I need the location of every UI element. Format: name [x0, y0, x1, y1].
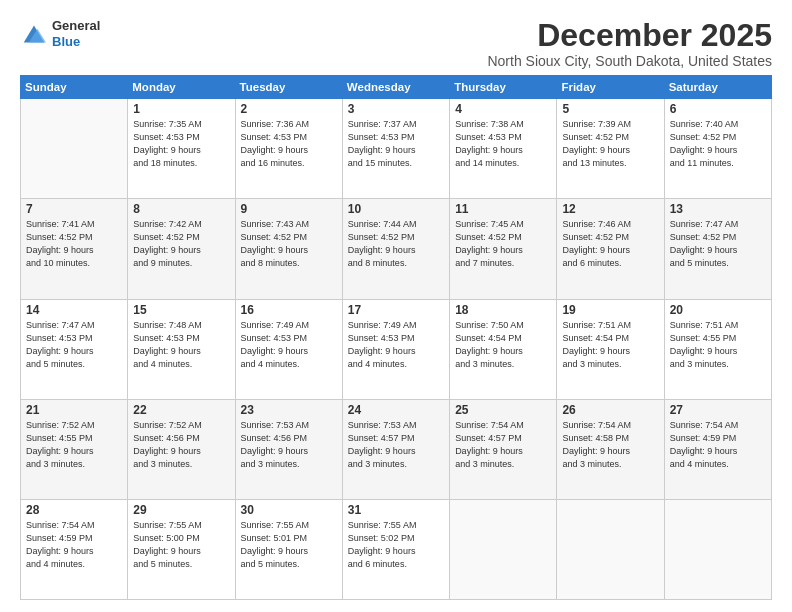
calendar-cell: 27Sunrise: 7:54 AM Sunset: 4:59 PM Dayli…: [664, 399, 771, 499]
calendar-cell: 15Sunrise: 7:48 AM Sunset: 4:53 PM Dayli…: [128, 299, 235, 399]
calendar-table: SundayMondayTuesdayWednesdayThursdayFrid…: [20, 75, 772, 600]
day-info: Sunrise: 7:55 AM Sunset: 5:00 PM Dayligh…: [133, 519, 229, 571]
month-title: December 2025: [487, 18, 772, 53]
day-number: 7: [26, 202, 122, 216]
calendar-cell: 9Sunrise: 7:43 AM Sunset: 4:52 PM Daylig…: [235, 199, 342, 299]
day-number: 26: [562, 403, 658, 417]
calendar-cell: 16Sunrise: 7:49 AM Sunset: 4:53 PM Dayli…: [235, 299, 342, 399]
calendar-cell: 17Sunrise: 7:49 AM Sunset: 4:53 PM Dayli…: [342, 299, 449, 399]
day-number: 2: [241, 102, 337, 116]
day-number: 30: [241, 503, 337, 517]
calendar-cell: 7Sunrise: 7:41 AM Sunset: 4:52 PM Daylig…: [21, 199, 128, 299]
logo: General Blue: [20, 18, 100, 49]
calendar-cell: 30Sunrise: 7:55 AM Sunset: 5:01 PM Dayli…: [235, 499, 342, 599]
day-number: 6: [670, 102, 766, 116]
day-info: Sunrise: 7:54 AM Sunset: 4:57 PM Dayligh…: [455, 419, 551, 471]
calendar-cell: 4Sunrise: 7:38 AM Sunset: 4:53 PM Daylig…: [450, 99, 557, 199]
day-number: 4: [455, 102, 551, 116]
logo-text: General Blue: [52, 18, 100, 49]
calendar-cell: [450, 499, 557, 599]
day-number: 17: [348, 303, 444, 317]
day-number: 23: [241, 403, 337, 417]
calendar-week-row: 28Sunrise: 7:54 AM Sunset: 4:59 PM Dayli…: [21, 499, 772, 599]
day-info: Sunrise: 7:55 AM Sunset: 5:01 PM Dayligh…: [241, 519, 337, 571]
day-info: Sunrise: 7:35 AM Sunset: 4:53 PM Dayligh…: [133, 118, 229, 170]
calendar-cell: 12Sunrise: 7:46 AM Sunset: 4:52 PM Dayli…: [557, 199, 664, 299]
calendar-cell: 23Sunrise: 7:53 AM Sunset: 4:56 PM Dayli…: [235, 399, 342, 499]
day-number: 12: [562, 202, 658, 216]
day-number: 31: [348, 503, 444, 517]
day-info: Sunrise: 7:38 AM Sunset: 4:53 PM Dayligh…: [455, 118, 551, 170]
day-number: 27: [670, 403, 766, 417]
day-info: Sunrise: 7:52 AM Sunset: 4:55 PM Dayligh…: [26, 419, 122, 471]
day-info: Sunrise: 7:43 AM Sunset: 4:52 PM Dayligh…: [241, 218, 337, 270]
col-header-friday: Friday: [557, 76, 664, 99]
day-number: 8: [133, 202, 229, 216]
day-info: Sunrise: 7:37 AM Sunset: 4:53 PM Dayligh…: [348, 118, 444, 170]
day-number: 9: [241, 202, 337, 216]
calendar-cell: 28Sunrise: 7:54 AM Sunset: 4:59 PM Dayli…: [21, 499, 128, 599]
day-info: Sunrise: 7:54 AM Sunset: 4:58 PM Dayligh…: [562, 419, 658, 471]
day-number: 25: [455, 403, 551, 417]
day-info: Sunrise: 7:46 AM Sunset: 4:52 PM Dayligh…: [562, 218, 658, 270]
day-info: Sunrise: 7:54 AM Sunset: 4:59 PM Dayligh…: [26, 519, 122, 571]
day-info: Sunrise: 7:52 AM Sunset: 4:56 PM Dayligh…: [133, 419, 229, 471]
col-header-monday: Monday: [128, 76, 235, 99]
day-number: 28: [26, 503, 122, 517]
day-number: 11: [455, 202, 551, 216]
calendar-week-row: 7Sunrise: 7:41 AM Sunset: 4:52 PM Daylig…: [21, 199, 772, 299]
col-header-sunday: Sunday: [21, 76, 128, 99]
day-number: 29: [133, 503, 229, 517]
day-info: Sunrise: 7:45 AM Sunset: 4:52 PM Dayligh…: [455, 218, 551, 270]
day-number: 10: [348, 202, 444, 216]
day-number: 15: [133, 303, 229, 317]
calendar-cell: 2Sunrise: 7:36 AM Sunset: 4:53 PM Daylig…: [235, 99, 342, 199]
day-number: 19: [562, 303, 658, 317]
day-number: 14: [26, 303, 122, 317]
day-number: 13: [670, 202, 766, 216]
calendar-cell: 31Sunrise: 7:55 AM Sunset: 5:02 PM Dayli…: [342, 499, 449, 599]
day-info: Sunrise: 7:41 AM Sunset: 4:52 PM Dayligh…: [26, 218, 122, 270]
day-number: 18: [455, 303, 551, 317]
day-info: Sunrise: 7:53 AM Sunset: 4:56 PM Dayligh…: [241, 419, 337, 471]
day-info: Sunrise: 7:40 AM Sunset: 4:52 PM Dayligh…: [670, 118, 766, 170]
calendar-cell: [21, 99, 128, 199]
page: General Blue December 2025 North Sioux C…: [0, 0, 792, 612]
calendar-header-row: SundayMondayTuesdayWednesdayThursdayFrid…: [21, 76, 772, 99]
calendar-cell: 19Sunrise: 7:51 AM Sunset: 4:54 PM Dayli…: [557, 299, 664, 399]
calendar-cell: 8Sunrise: 7:42 AM Sunset: 4:52 PM Daylig…: [128, 199, 235, 299]
day-info: Sunrise: 7:53 AM Sunset: 4:57 PM Dayligh…: [348, 419, 444, 471]
logo-icon: [20, 22, 48, 46]
calendar-cell: 20Sunrise: 7:51 AM Sunset: 4:55 PM Dayli…: [664, 299, 771, 399]
day-info: Sunrise: 7:51 AM Sunset: 4:55 PM Dayligh…: [670, 319, 766, 371]
day-info: Sunrise: 7:47 AM Sunset: 4:53 PM Dayligh…: [26, 319, 122, 371]
day-number: 22: [133, 403, 229, 417]
day-number: 20: [670, 303, 766, 317]
calendar-cell: 10Sunrise: 7:44 AM Sunset: 4:52 PM Dayli…: [342, 199, 449, 299]
calendar-week-row: 21Sunrise: 7:52 AM Sunset: 4:55 PM Dayli…: [21, 399, 772, 499]
calendar-cell: 6Sunrise: 7:40 AM Sunset: 4:52 PM Daylig…: [664, 99, 771, 199]
day-number: 16: [241, 303, 337, 317]
col-header-tuesday: Tuesday: [235, 76, 342, 99]
day-number: 5: [562, 102, 658, 116]
day-info: Sunrise: 7:50 AM Sunset: 4:54 PM Dayligh…: [455, 319, 551, 371]
day-info: Sunrise: 7:39 AM Sunset: 4:52 PM Dayligh…: [562, 118, 658, 170]
title-block: December 2025 North Sioux City, South Da…: [487, 18, 772, 69]
day-info: Sunrise: 7:36 AM Sunset: 4:53 PM Dayligh…: [241, 118, 337, 170]
calendar-cell: 5Sunrise: 7:39 AM Sunset: 4:52 PM Daylig…: [557, 99, 664, 199]
calendar-cell: 29Sunrise: 7:55 AM Sunset: 5:00 PM Dayli…: [128, 499, 235, 599]
col-header-wednesday: Wednesday: [342, 76, 449, 99]
day-info: Sunrise: 7:49 AM Sunset: 4:53 PM Dayligh…: [241, 319, 337, 371]
day-info: Sunrise: 7:55 AM Sunset: 5:02 PM Dayligh…: [348, 519, 444, 571]
day-number: 24: [348, 403, 444, 417]
header: General Blue December 2025 North Sioux C…: [20, 18, 772, 69]
col-header-saturday: Saturday: [664, 76, 771, 99]
calendar-cell: 21Sunrise: 7:52 AM Sunset: 4:55 PM Dayli…: [21, 399, 128, 499]
calendar-week-row: 14Sunrise: 7:47 AM Sunset: 4:53 PM Dayli…: [21, 299, 772, 399]
calendar-cell: 13Sunrise: 7:47 AM Sunset: 4:52 PM Dayli…: [664, 199, 771, 299]
calendar-cell: 25Sunrise: 7:54 AM Sunset: 4:57 PM Dayli…: [450, 399, 557, 499]
day-info: Sunrise: 7:47 AM Sunset: 4:52 PM Dayligh…: [670, 218, 766, 270]
calendar-cell: 26Sunrise: 7:54 AM Sunset: 4:58 PM Dayli…: [557, 399, 664, 499]
day-number: 3: [348, 102, 444, 116]
subtitle: North Sioux City, South Dakota, United S…: [487, 53, 772, 69]
